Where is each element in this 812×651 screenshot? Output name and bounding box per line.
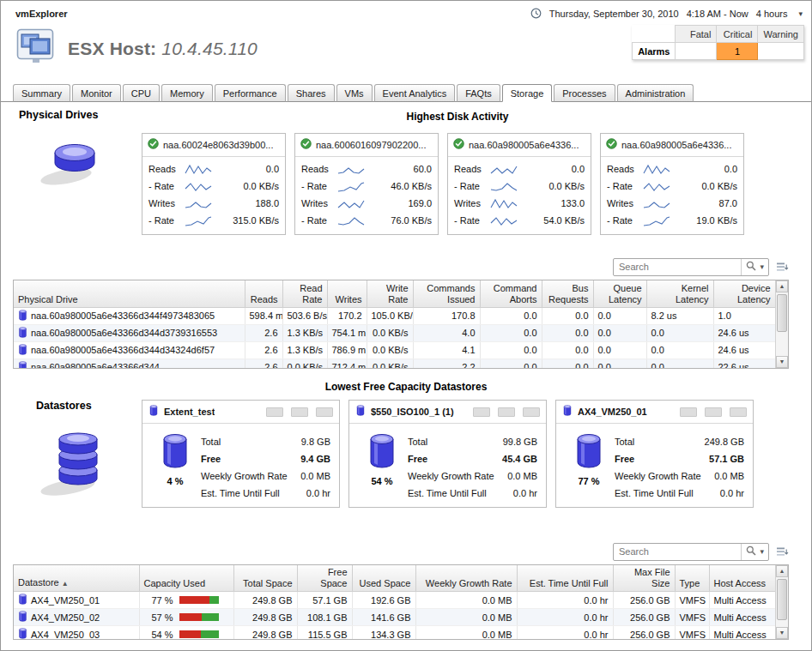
drive-name[interactable]: naa.60a980005a6e4336...: [469, 140, 579, 150]
scrollbar-track[interactable]: [776, 577, 788, 627]
tab-faqts[interactable]: FAQts: [457, 84, 500, 102]
total-space-cell: 249.8 GB: [233, 592, 297, 609]
tab-storage[interactable]: Storage: [502, 84, 553, 102]
capacity-percent: 54 %: [361, 476, 403, 486]
scrollbar-thumb[interactable]: [777, 294, 787, 332]
time-range-selector[interactable]: Thursday, September 30, 2010 4:18 AM - N…: [530, 8, 803, 21]
datastore-name[interactable]: $550_ISO100_1 (1): [371, 407, 454, 417]
column-header-bus-requests[interactable]: Bus Requests: [542, 280, 593, 307]
stat-label: Weekly Growth Rate: [408, 471, 494, 481]
search-options[interactable]: ▾: [741, 544, 768, 560]
datastore-table-row[interactable]: AX4_VM250_0354 %249.8 GB115.5 GB134.3 GB…: [14, 626, 775, 640]
column-header-total-space[interactable]: Total Space: [233, 565, 297, 592]
sparkline-icon: [336, 163, 368, 176]
table-customizer-icon[interactable]: [776, 546, 789, 558]
metric-label: - Rate: [301, 215, 336, 226]
datastore-card-body: 54 %Total99.8 GBFree45.4 GBWeekly Growth…: [349, 424, 546, 507]
drive-name[interactable]: naa.60024e8063d39b00...: [163, 140, 273, 150]
max-file-size-cell: 256.0 GB: [613, 592, 675, 609]
column-header-kernel-latency[interactable]: Kernel Latency: [646, 280, 713, 307]
drive-id: naa.60a980005a6e43366d344f4973483065: [31, 310, 215, 321]
vertical-scrollbar[interactable]: ▲ ▼: [775, 565, 788, 639]
stat-label: Free: [201, 454, 221, 464]
stat-label: Total: [615, 437, 634, 447]
weekly-growth-rate-cell: 0.0 MB: [415, 626, 517, 640]
scrollbar-thumb[interactable]: [777, 579, 787, 620]
column-header-physical-drive[interactable]: Physical Drive: [14, 280, 245, 307]
value-cell: 754.1 m: [327, 324, 367, 341]
value-cell: 0.0: [646, 341, 713, 359]
alarms-warning-count[interactable]: [758, 43, 804, 60]
total-space-cell: 249.8 GB: [233, 626, 297, 640]
placeholder-box: [730, 407, 747, 417]
tab-memory[interactable]: Memory: [161, 84, 213, 102]
value-cell: 0.0: [646, 324, 713, 341]
column-header-free-space[interactable]: Free Space: [297, 565, 352, 592]
drive-table-row[interactable]: naa.60a980005a6e43366d344...2.60.0 KB/s7…: [14, 359, 775, 368]
datastore-search-box: ▾: [613, 543, 769, 561]
datastore-name[interactable]: Extent_test: [164, 407, 215, 417]
column-header-used-space[interactable]: Used Space: [352, 565, 415, 592]
alarms-fatal-count[interactable]: [676, 43, 717, 60]
tab-performance[interactable]: Performance: [215, 84, 286, 102]
search-options[interactable]: ▾: [741, 259, 768, 275]
value-cell: 24.6 us: [713, 324, 775, 341]
scroll-up-button[interactable]: ▲: [776, 280, 788, 292]
column-header-weekly-growth-rate[interactable]: Weekly Growth Rate: [415, 565, 517, 592]
column-header-reads[interactable]: Reads: [245, 280, 282, 307]
column-header-device-latency[interactable]: Device Latency: [713, 280, 775, 307]
column-header-type[interactable]: Type: [675, 565, 709, 592]
value-cell: 0.0: [480, 359, 542, 368]
sparkline-icon: [183, 214, 215, 227]
datastore-table-row[interactable]: AX4_VM250_0177 %249.8 GB57.1 GB192.6 GB0…: [14, 592, 775, 609]
vertical-scrollbar[interactable]: ▲ ▼: [775, 280, 788, 368]
column-header-queue-latency[interactable]: Queue Latency: [593, 280, 646, 307]
drive-id-cell: naa.60a980005a6e43366d344d3739316553: [14, 324, 245, 341]
scroll-up-button[interactable]: ▲: [776, 565, 788, 577]
drive-name[interactable]: naa.6006016097902200...: [316, 140, 426, 150]
alarms-critical-count[interactable]: 1: [717, 43, 758, 60]
value-cell: 24.6 us: [713, 341, 775, 359]
drive-table-row[interactable]: naa.60a980005a6e43366d344d37393165532.61…: [14, 324, 775, 341]
column-header-datastore[interactable]: Datastore▲: [14, 565, 139, 592]
column-header-max-file-size[interactable]: Max File Size: [613, 565, 675, 592]
column-header-write-rate[interactable]: Write Rate: [367, 280, 413, 307]
scroll-down-button[interactable]: ▼: [776, 627, 788, 639]
search-input[interactable]: [614, 546, 741, 557]
capacity-gauge: 4 %: [155, 433, 196, 502]
datastore-table-row[interactable]: AX4_VM250_0257 %249.8 GB108.1 GB141.6 GB…: [14, 609, 775, 626]
metric-row: - Rate315.0 KB/s: [148, 212, 279, 229]
tab-summary[interactable]: Summary: [13, 84, 70, 102]
datastore-name[interactable]: AX4_VM250_01: [578, 407, 647, 417]
column-header-read-rate[interactable]: Read Rate: [282, 280, 327, 307]
tab-processes[interactable]: Processes: [554, 84, 615, 102]
stat-row: Free45.4 GB: [408, 450, 537, 467]
physical-drive-icon: [35, 135, 142, 191]
tab-vms[interactable]: VMs: [336, 84, 373, 102]
value-cell: 1.3 KB/s: [282, 324, 327, 341]
drive-table-wrap: Physical DriveReadsRead RateWritesWrite …: [13, 280, 789, 369]
column-header-writes[interactable]: Writes: [327, 280, 367, 307]
table-customizer-icon[interactable]: [776, 262, 789, 273]
column-header-est.-time-until-full[interactable]: Est. Time Until Full: [517, 565, 613, 592]
column-header-host-access[interactable]: Host Access: [709, 565, 775, 592]
drive-name[interactable]: naa.60a980005a6e4336...: [621, 140, 731, 150]
search-input[interactable]: [614, 262, 741, 272]
scrollbar-track[interactable]: [776, 292, 788, 356]
scroll-down-button[interactable]: ▼: [776, 356, 788, 368]
tab-cpu[interactable]: CPU: [123, 84, 160, 102]
datastore-table-block: ▾ Datastore▲Capacity UsedTotal SpaceFree…: [13, 542, 789, 640]
tab-shares[interactable]: Shares: [288, 84, 335, 102]
drive-table-row[interactable]: naa.60a980005a6e43366d344f4973483065598.…: [14, 307, 775, 324]
physical-drive-table: Physical DriveReadsRead RateWritesWrite …: [14, 280, 776, 368]
column-header-commands-issued[interactable]: Commands Issued: [413, 280, 480, 307]
physical-drive-card: naa.60a980005a6e4336...Reads0.0- Rate0.0…: [447, 133, 591, 235]
column-header-capacity-used[interactable]: Capacity Used: [139, 565, 233, 592]
tab-administration[interactable]: Administration: [617, 84, 694, 102]
stat-value: 0.0 MB: [714, 471, 744, 481]
drive-id-cell: naa.60a980005a6e43366d344...: [14, 359, 245, 368]
tab-monitor[interactable]: Monitor: [72, 84, 121, 102]
drive-table-row[interactable]: naa.60a980005a6e43366d344d34324d6f572.61…: [14, 341, 775, 359]
tab-event-analytics[interactable]: Event Analytics: [374, 84, 456, 102]
column-header-command-aborts[interactable]: Command Aborts: [480, 280, 542, 307]
